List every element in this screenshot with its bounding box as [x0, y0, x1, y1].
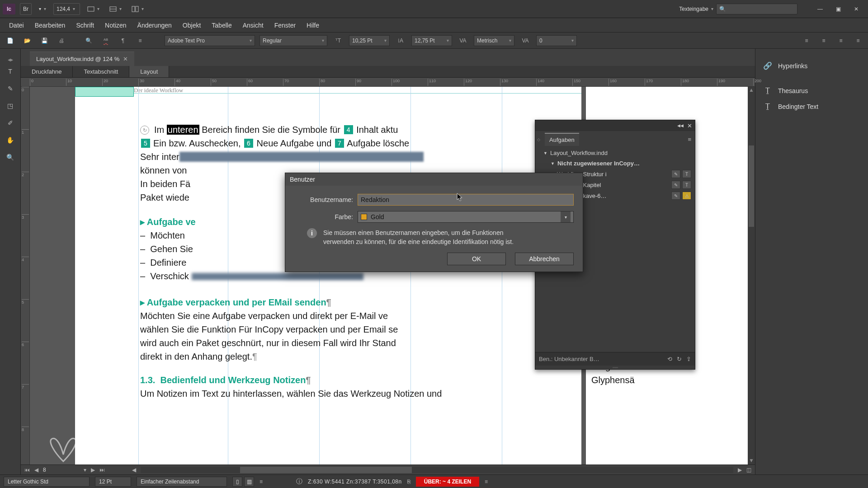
- scroll-right[interactable]: ▶: [738, 467, 742, 473]
- font-family[interactable]: Adobe Text Pro: [165, 35, 255, 46]
- page-number[interactable]: 8: [43, 467, 79, 473]
- find-icon[interactable]: 🔍: [82, 35, 95, 46]
- columns-1-icon[interactable]: ▯: [232, 477, 242, 487]
- tree-group[interactable]: ▼Nicht zugewiesener InCopy…: [535, 158, 695, 169]
- columns-2-icon[interactable]: ▥: [244, 477, 254, 487]
- cancel-button[interactable]: Abbrechen: [515, 253, 574, 265]
- menu-edit[interactable]: Bearbeiten: [29, 20, 71, 31]
- save-icon[interactable]: 💾: [38, 35, 51, 46]
- minimize-button[interactable]: —: [811, 3, 829, 15]
- leading[interactable]: 12,75 Pt: [411, 35, 452, 46]
- scrollbar-horizontal[interactable]: [141, 467, 733, 473]
- note-tool[interactable]: ✎: [4, 82, 17, 95]
- edit-icon[interactable]: ✎: [671, 192, 680, 200]
- maximize-button[interactable]: ▣: [829, 3, 847, 15]
- thesaurus-icon: Ṯ: [763, 86, 773, 95]
- view-layout[interactable]: Layout: [129, 66, 169, 77]
- edit-icon[interactable]: ✎: [671, 170, 680, 178]
- tracking[interactable]: 0: [536, 35, 577, 46]
- menu-object[interactable]: Objekt: [177, 20, 206, 31]
- panel-resize-grip[interactable]: [535, 366, 695, 369]
- menu-file[interactable]: Datei: [4, 20, 29, 31]
- ruler-horizontal[interactable]: 0102030405060708090100110120130140150160…: [21, 78, 755, 87]
- status-font[interactable]: Letter Gothic Std: [4, 477, 90, 487]
- panel-menu-icon[interactable]: ≡: [688, 136, 691, 143]
- spellcheck-icon[interactable]: ᴬᴮ: [99, 35, 112, 46]
- align-left-icon[interactable]: ≡: [800, 35, 813, 46]
- hidden-chars-icon[interactable]: ¶: [117, 35, 129, 46]
- font-style[interactable]: Regular: [259, 35, 327, 46]
- next-page[interactable]: ▶: [91, 467, 95, 473]
- close-button[interactable]: ✕: [847, 3, 865, 15]
- package-icon[interactable]: ⇪: [686, 356, 691, 362]
- menu-type[interactable]: Schrift: [71, 20, 99, 31]
- scroll-thumb[interactable]: [749, 145, 754, 227]
- workspace-switcher[interactable]: Texteingabe: [676, 3, 716, 15]
- align-justify-icon[interactable]: ≡: [852, 35, 864, 46]
- ok-button[interactable]: OK: [447, 253, 506, 265]
- status-menu[interactable]: ≡: [259, 479, 263, 485]
- scrollbar-vertical[interactable]: ▲ ▼: [748, 87, 755, 465]
- status-size[interactable]: 12 Pt: [95, 477, 131, 487]
- scroll-down-icon[interactable]: ▼: [748, 457, 755, 465]
- menu-window[interactable]: Fenster: [269, 20, 301, 31]
- hand-tool[interactable]: ✋: [4, 134, 17, 146]
- document-tab[interactable]: Layout_Workflow.indd @ 124 %✕: [30, 52, 134, 66]
- eyedropper-tool[interactable]: ✐: [4, 117, 17, 129]
- font-size[interactable]: 10,25 Pt: [349, 35, 390, 46]
- overset-indicator[interactable]: ÜBER: ~ 4 ZEILEN: [416, 477, 479, 487]
- view-options-1[interactable]: [85, 3, 102, 15]
- warning-icon[interactable]: ⚠: [682, 192, 691, 200]
- menu-table[interactable]: Tabelle: [206, 20, 237, 31]
- kerning[interactable]: Metrisch: [474, 35, 514, 46]
- page-dropdown[interactable]: ▾: [84, 467, 86, 473]
- panel-conditional-text[interactable]: ṮBedingter Text: [755, 99, 868, 114]
- collapse-icon[interactable]: ◀◀: [677, 123, 684, 128]
- refresh-icon[interactable]: ↻: [677, 356, 682, 362]
- status-linespacing[interactable]: Einfacher Zeilenabstand: [137, 477, 227, 487]
- tree-root[interactable]: ▼Layout_Workflow.indd: [535, 148, 695, 158]
- split-view[interactable]: ◫: [746, 467, 751, 473]
- menu-icon-1[interactable]: ≡: [134, 35, 146, 46]
- align-center-icon[interactable]: ≡: [817, 35, 830, 46]
- status-end-menu[interactable]: ≡: [485, 479, 488, 485]
- view-options-2[interactable]: [107, 3, 124, 15]
- text-icon[interactable]: T: [682, 170, 691, 178]
- prev-page[interactable]: ◀: [34, 467, 38, 473]
- arrange-documents[interactable]: [129, 3, 146, 15]
- ruler-vertical[interactable]: 012345678: [21, 87, 30, 465]
- help-search[interactable]: 🔍: [716, 4, 797, 14]
- menu-view[interactable]: Ansicht: [237, 20, 269, 31]
- view-galley[interactable]: Druckfahne: [21, 66, 73, 77]
- toolbar-grip[interactable]: ◀▶: [8, 58, 13, 61]
- edit-icon[interactable]: ✎: [671, 181, 680, 189]
- zoom-level[interactable]: 124,4: [53, 3, 80, 15]
- new-icon[interactable]: 📄: [4, 35, 16, 46]
- view-story[interactable]: Textabschnitt: [73, 66, 129, 77]
- scroll-left[interactable]: ◀: [132, 467, 136, 473]
- zoom-tool[interactable]: 🔍: [4, 151, 17, 164]
- close-tab-icon[interactable]: ✕: [123, 56, 128, 62]
- bridge-dropdown[interactable]: ▾: [36, 3, 49, 15]
- scroll-up-icon[interactable]: ▲: [748, 87, 755, 94]
- menu-changes[interactable]: Änderungen: [132, 20, 177, 31]
- type-tool[interactable]: T: [4, 65, 17, 78]
- assignments-tab[interactable]: Aufgaben: [545, 133, 579, 146]
- text-icon[interactable]: T: [682, 181, 691, 189]
- panel-hyperlinks[interactable]: 🔗Hyperlinks: [755, 58, 868, 74]
- panel-thesaurus[interactable]: ṮThesaurus: [755, 83, 868, 99]
- username-input[interactable]: [358, 194, 574, 206]
- user-dialog: Benutzer Benutzername: Farbe: Gold ▾ i S…: [285, 173, 583, 272]
- first-page[interactable]: ⏮: [24, 467, 30, 473]
- last-page[interactable]: ⏭: [99, 467, 105, 473]
- menu-notes[interactable]: Notizen: [99, 20, 132, 31]
- update-icon[interactable]: ⟲: [667, 356, 672, 362]
- align-right-icon[interactable]: ≡: [835, 35, 847, 46]
- print-icon[interactable]: 🖨: [55, 35, 68, 46]
- bridge-button[interactable]: Br: [20, 3, 32, 15]
- menu-help[interactable]: Hilfe: [301, 20, 325, 31]
- color-dropdown[interactable]: Gold ▾: [358, 211, 574, 223]
- position-tool[interactable]: ◳: [4, 99, 17, 112]
- open-icon[interactable]: 📂: [21, 35, 33, 46]
- close-panel-icon[interactable]: ✕: [687, 122, 692, 129]
